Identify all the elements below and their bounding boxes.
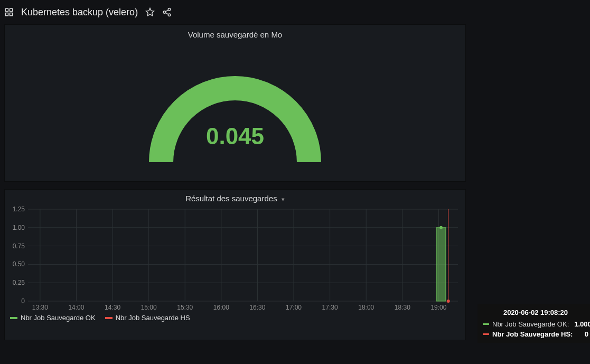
tooltip-label-ok: Nbr Job Sauvegarde OK: [492,319,569,330]
tooltip-value-ok: 1.000 [574,319,590,330]
dashboard-header: Kubernetes backup (velero) [0,0,590,24]
svg-text:18:30: 18:30 [395,304,410,311]
svg-line-8 [166,13,168,14]
chart-tooltip: 2020-06-02 19:08:20 Nbr Job Sauvegarde O… [477,304,590,343]
svg-rect-0 [5,8,8,11]
tooltip-time: 2020-06-02 19:08:20 [483,307,588,318]
legend-swatch-ok [10,317,17,319]
tooltip-value-hs: 0 [585,329,588,340]
svg-text:16:30: 16:30 [249,304,265,311]
star-icon[interactable] [145,7,155,17]
legend-item-ok[interactable]: Nbr Job Sauvegarde OK [10,314,96,322]
results-title-text: Résultat des sauvegardes [185,194,277,203]
gauge-value: 0.045 [5,123,465,150]
svg-text:0.25: 0.25 [13,279,25,286]
tooltip-label-hs: Nbr Job Sauvegarde HS: [492,329,573,340]
legend-label-hs: Nbr Job Sauvegarde HS [116,314,190,322]
share-icon[interactable] [162,7,172,17]
svg-text:18:00: 18:00 [358,304,374,311]
svg-text:1.25: 1.25 [13,206,25,213]
gauge-panel-title: Volume sauvegardé en Mo [5,25,465,39]
svg-text:15:00: 15:00 [141,304,157,311]
svg-marker-4 [146,8,154,16]
svg-rect-1 [10,8,13,11]
svg-text:0.50: 0.50 [13,260,25,268]
svg-text:0.75: 0.75 [13,242,25,250]
svg-text:17:30: 17:30 [322,304,338,311]
dashboard-icon [4,7,14,17]
legend-item-hs[interactable]: Nbr Job Sauvegarde HS [105,314,190,322]
results-panel[interactable]: Résultat des sauvegardes ▾ 00.250.500.75… [4,189,466,340]
svg-rect-46 [436,228,446,301]
svg-text:16:00: 16:00 [213,304,229,311]
results-chart: 00.250.500.751.001.2513:3014:0014:3015:0… [9,206,461,312]
svg-point-7 [168,14,171,16]
svg-rect-2 [5,13,8,16]
svg-text:15:30: 15:30 [177,304,193,311]
results-panel-title[interactable]: Résultat des sauvegardes ▾ [5,190,465,206]
legend-label-ok: Nbr Job Sauvegarde OK [21,314,96,322]
chevron-down-icon: ▾ [282,196,285,202]
results-legend: Nbr Job Sauvegarde OK Nbr Job Sauvegarde… [5,312,465,326]
svg-text:14:00: 14:00 [68,304,84,311]
gauge-chart [145,62,325,178]
svg-text:0: 0 [21,297,25,305]
svg-text:1.00: 1.00 [13,224,25,231]
gauge-panel[interactable]: Volume sauvegardé en Mo 0.045 [4,24,466,182]
dashboard-title[interactable]: Kubernetes backup (velero) [21,7,138,18]
svg-text:14:30: 14:30 [105,304,120,311]
svg-line-9 [166,10,168,12]
svg-text:17:00: 17:00 [286,304,302,311]
legend-swatch-hs [105,317,113,319]
tooltip-swatch-hs [483,333,489,335]
svg-rect-3 [10,13,13,16]
tooltip-swatch-ok [483,323,489,325]
svg-point-47 [439,226,443,229]
svg-text:13:30: 13:30 [32,304,48,311]
svg-text:19:00: 19:00 [430,304,446,311]
svg-point-6 [163,11,166,14]
svg-point-5 [168,8,171,11]
